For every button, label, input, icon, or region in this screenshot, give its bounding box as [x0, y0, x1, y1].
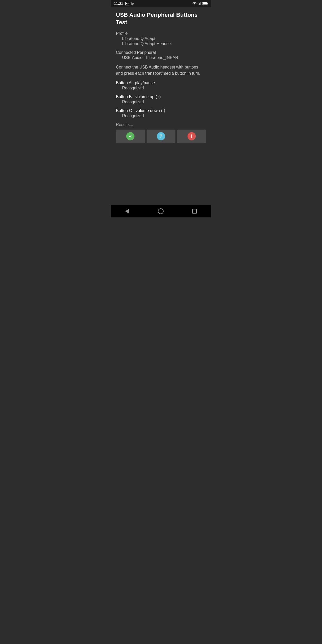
button-a-label: Button A - play/pause — [116, 81, 206, 85]
button-b-status: Recognized — [116, 100, 206, 104]
back-button[interactable] — [120, 207, 134, 216]
profile-item1: Libratone Q Adapt — [116, 36, 206, 41]
svg-rect-2 — [198, 4, 198, 5]
profile-section: Profile Libratone Q Adapt Libratone Q Ad… — [116, 31, 206, 46]
connected-peripheral-section: Connected Peripheral USB-Audio - Librato… — [116, 50, 206, 60]
fail-button[interactable]: ! — [177, 130, 206, 143]
connected-value: USB-Audio - Libratone_INEAR — [116, 55, 206, 60]
svg-rect-5 — [200, 2, 201, 5]
instructions-text: Connect the USB Audio headset with butto… — [116, 64, 206, 77]
svg-rect-0 — [125, 2, 129, 5]
profile-item2: Libratone Q Adapt Headset — [116, 41, 206, 46]
profile-label: Profile — [116, 31, 206, 36]
question-icon: ? — [157, 132, 165, 140]
main-content: USB Audio Peripheral Buttons Test Profil… — [111, 7, 211, 205]
page-title: USB Audio Peripheral Buttons Test — [116, 11, 206, 26]
info-button[interactable]: ? — [147, 130, 176, 143]
image-icon — [125, 2, 129, 5]
checkmark-icon: ✓ — [126, 132, 134, 140]
status-bar: 11:21 ip — [111, 0, 211, 7]
status-bar-right — [192, 2, 208, 5]
svg-rect-4 — [199, 3, 200, 5]
svg-rect-7 — [207, 3, 208, 4]
pass-button[interactable]: ✓ — [116, 130, 145, 143]
status-bar-left: 11:21 ip — [114, 2, 134, 6]
nav-bar — [111, 205, 211, 217]
action-buttons-row: ✓ ? ! — [116, 130, 206, 143]
button-c-status: Recognized — [116, 114, 206, 118]
wifi-icon — [192, 2, 197, 5]
recents-icon — [192, 209, 197, 214]
home-button[interactable] — [153, 206, 169, 216]
home-icon — [158, 208, 164, 214]
button-b-section: Button B - volume up (+) Recognized — [116, 95, 206, 104]
button-c-section: Button C - volume down (-) Recognized — [116, 108, 206, 118]
button-c-label: Button C - volume down (-) — [116, 108, 206, 113]
exclamation-icon: ! — [188, 132, 196, 140]
svg-rect-3 — [199, 3, 199, 5]
results-label: Results... — [116, 122, 206, 127]
button-b-label: Button B - volume up (+) — [116, 95, 206, 99]
signal-icon — [198, 2, 201, 5]
button-a-section: Button A - play/pause Recognized — [116, 81, 206, 90]
connected-label: Connected Peripheral — [116, 50, 206, 55]
button-a-status: Recognized — [116, 86, 206, 90]
svg-rect-8 — [203, 3, 207, 4]
status-time: 11:21 — [114, 2, 123, 6]
battery-icon — [202, 2, 208, 5]
recents-button[interactable] — [187, 207, 202, 216]
ip-text: ip — [131, 2, 134, 5]
back-icon — [125, 209, 129, 214]
